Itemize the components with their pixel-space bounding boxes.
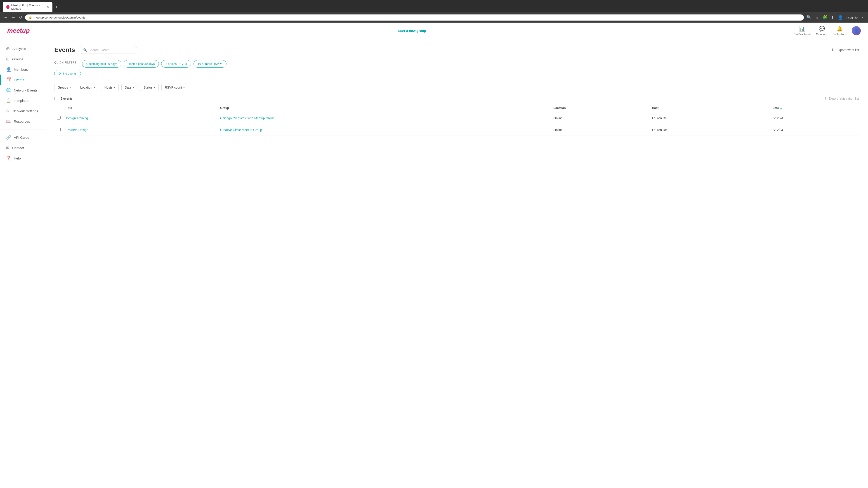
export-label: Export event list bbox=[836, 48, 859, 52]
logo[interactable]: meetup bbox=[7, 27, 30, 34]
sidebar-item-events[interactable]: 📅 Events bbox=[0, 74, 45, 85]
contact-icon: ✉ bbox=[6, 145, 9, 150]
search-box[interactable]: 🔍 Search Events bbox=[79, 46, 137, 54]
export-event-list-button[interactable]: ⬆ Export event list bbox=[831, 47, 859, 53]
sidebar-item-label-resources: Resources bbox=[14, 120, 30, 123]
main-content: Events 🔍 Search Events ⬆ Export event li… bbox=[45, 39, 868, 488]
new-tab-button[interactable]: + bbox=[53, 4, 60, 11]
search-browser-button[interactable]: 🔍 bbox=[806, 14, 812, 21]
filter-date-dropdown[interactable]: Date ▾ bbox=[121, 84, 138, 91]
filter-rsvp-count-dropdown[interactable]: RSVP count ▾ bbox=[161, 84, 188, 91]
row-1-checkbox[interactable] bbox=[57, 116, 61, 120]
row-2-title-link[interactable]: Trainers Design bbox=[66, 128, 88, 132]
analytics-icon: ◎ bbox=[6, 46, 10, 51]
pro-dashboard-nav-item[interactable]: 📊 Pro Dashboard bbox=[794, 26, 811, 35]
row-2-group-link[interactable]: Creative Circle Meetup Group bbox=[220, 128, 262, 132]
profile-button[interactable]: 👤 bbox=[837, 14, 844, 21]
row-1-group-link[interactable]: Chicago Creative Circle Meetup Group bbox=[220, 116, 274, 120]
filter-hosts-dropdown[interactable]: Hosts ▾ bbox=[101, 84, 119, 91]
page-title: Events bbox=[54, 46, 75, 54]
app-container: ◎ Analytics ⊞ Groups 👤 Members 📅 Events … bbox=[0, 39, 868, 488]
filter-location-label: Location bbox=[80, 86, 92, 89]
messages-nav-item[interactable]: 💬 Messages bbox=[816, 26, 827, 35]
pro-dashboard-label: Pro Dashboard bbox=[794, 33, 811, 35]
incognito-label: Incognito bbox=[846, 16, 858, 19]
events-meta: 2 events ⬇ Export registration list bbox=[54, 97, 859, 100]
row-1-title-cell: Design Training bbox=[63, 112, 217, 124]
sidebar-item-members[interactable]: 👤 Members bbox=[0, 64, 45, 74]
row-1-title-link[interactable]: Design Training bbox=[66, 116, 88, 120]
lock-icon: 🔒 bbox=[29, 16, 32, 19]
row-checkbox-cell bbox=[54, 124, 63, 136]
filter-rsvp-3less-button[interactable]: 3 or less RSVPs bbox=[161, 60, 191, 68]
sort-icon: ▲ bbox=[780, 107, 782, 109]
filter-upcoming-30-button[interactable]: Upcoming next 30 days bbox=[82, 60, 121, 68]
sidebar-item-label-help: Help bbox=[14, 156, 21, 160]
chevron-down-icon: ▾ bbox=[69, 86, 71, 89]
th-host: Host bbox=[649, 104, 770, 112]
row-2-group-cell: Creative Circle Meetup Group bbox=[217, 124, 551, 136]
dropdown-filters: Groups ▾ Location ▾ Hosts ▾ Date ▾ Statu… bbox=[54, 84, 859, 91]
filter-online-events-button[interactable]: Online events bbox=[54, 70, 81, 77]
table-header: Title Group Location Host Date ▲ bbox=[54, 104, 859, 112]
start-new-group-button[interactable]: Start a new group bbox=[397, 29, 426, 33]
sidebar-item-network-events[interactable]: 🌐 Network Events bbox=[0, 85, 45, 95]
message-icon: 💬 bbox=[819, 26, 825, 32]
network-events-icon: 🌐 bbox=[6, 88, 11, 93]
page-header: Events 🔍 Search Events ⬆ Export event li… bbox=[54, 46, 859, 54]
sidebar-item-network-settings[interactable]: ⚙ Network Settings bbox=[0, 106, 45, 116]
filter-groups-dropdown[interactable]: Groups ▾ bbox=[54, 84, 74, 91]
filter-status-dropdown[interactable]: Status ▾ bbox=[140, 84, 159, 91]
events-icon: 📅 bbox=[6, 77, 11, 82]
sidebar-item-label-contact: Contact bbox=[12, 146, 24, 150]
download-button[interactable]: ⬇ bbox=[830, 14, 835, 21]
filter-hosted-30-button[interactable]: Hosted past 30 days bbox=[124, 60, 159, 68]
sidebar-item-analytics[interactable]: ◎ Analytics bbox=[0, 43, 45, 54]
th-title: Title bbox=[63, 104, 217, 112]
sidebar-item-groups[interactable]: ⊞ Groups bbox=[0, 54, 45, 64]
quick-filters-section: QUICK FILTERS Upcoming next 30 days Host… bbox=[54, 60, 859, 77]
filter-rsvp-10more-button[interactable]: 10 or more RSVPs bbox=[193, 60, 226, 68]
select-all-checkbox[interactable] bbox=[54, 97, 58, 100]
refresh-button[interactable]: ↺ bbox=[18, 14, 23, 21]
browser-tab-active[interactable]: Meetup Pro | Events - Meetup × bbox=[3, 2, 53, 12]
chevron-down-icon: ▾ bbox=[133, 86, 134, 89]
sidebar-item-help[interactable]: ❓ Help bbox=[0, 153, 45, 163]
row-1-location-cell: Online bbox=[551, 112, 649, 124]
sidebar-item-api-guide[interactable]: 🔗 API Guide bbox=[0, 132, 45, 142]
url-text: meetup.com/pro/moodjoy/admin/events bbox=[34, 16, 800, 19]
sidebar-item-contact[interactable]: ✉ Contact bbox=[0, 142, 45, 153]
row-2-checkbox[interactable] bbox=[57, 128, 61, 131]
export-registration-list-button[interactable]: ⬇ Export registration list bbox=[824, 97, 859, 100]
extensions-button[interactable]: 🧩 bbox=[822, 14, 828, 21]
tab-close-button[interactable]: × bbox=[47, 5, 49, 9]
th-date[interactable]: Date ▲ bbox=[770, 104, 859, 112]
sidebar-item-templates[interactable]: 📋 Templates bbox=[0, 95, 45, 106]
row-1-host-cell: Lauren Deli bbox=[649, 112, 770, 124]
sidebar-item-resources[interactable]: 📖 Resources bbox=[0, 116, 45, 127]
filter-location-dropdown[interactable]: Location ▾ bbox=[77, 84, 98, 91]
chevron-down-icon: ▾ bbox=[183, 86, 185, 89]
sidebar-item-label-groups: Groups bbox=[12, 57, 23, 61]
th-date-label: Date bbox=[773, 106, 779, 109]
export-icon: ⬆ bbox=[831, 47, 835, 53]
row-1-group-cell: Chicago Creative Circle Meetup Group bbox=[217, 112, 551, 124]
user-avatar[interactable]: 👤 bbox=[852, 26, 861, 35]
row-2-date-cell: 3/12/24 bbox=[770, 124, 859, 136]
sidebar-item-label-members: Members bbox=[14, 68, 28, 71]
browser-tab-bar: Meetup Pro | Events - Meetup × + bbox=[0, 0, 868, 12]
menu-button[interactable]: ⋮ bbox=[860, 14, 865, 21]
address-bar[interactable]: 🔒 meetup.com/pro/moodjoy/admin/events bbox=[25, 14, 804, 21]
table-row: Design Training Chicago Creative Circle … bbox=[54, 112, 859, 124]
filter-hosts-label: Hosts bbox=[104, 86, 113, 89]
browser-chrome: Meetup Pro | Events - Meetup × + ← → ↺ 🔒… bbox=[0, 0, 868, 23]
back-button[interactable]: ← bbox=[3, 14, 8, 21]
forward-button[interactable]: → bbox=[10, 14, 16, 21]
row-2-host-cell: Lauren Deli bbox=[649, 124, 770, 136]
sidebar-item-label-events: Events bbox=[14, 78, 24, 82]
filter-date-label: Date bbox=[125, 86, 131, 89]
notifications-nav-item[interactable]: 🔔 Notifications bbox=[833, 26, 846, 35]
bookmark-button[interactable]: ☆ bbox=[814, 14, 819, 21]
bar-chart-icon: 📊 bbox=[799, 26, 805, 32]
help-icon: ❓ bbox=[6, 156, 11, 161]
